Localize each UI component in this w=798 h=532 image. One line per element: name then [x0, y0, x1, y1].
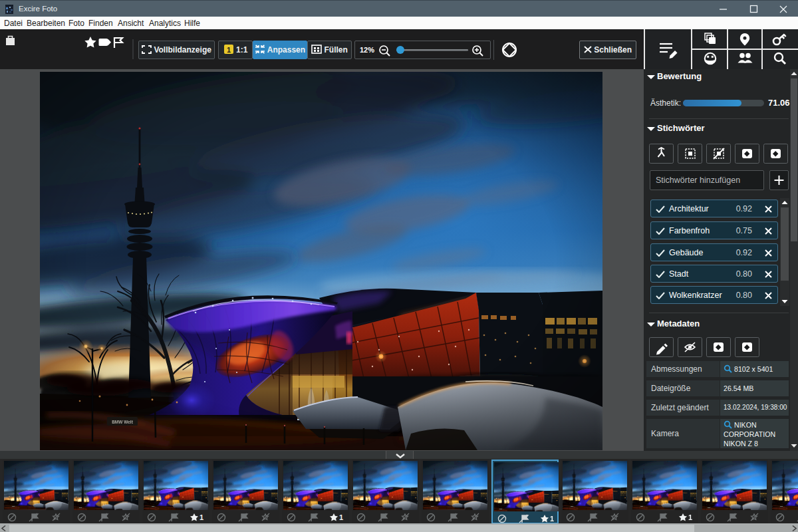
svg-text:1: 1 — [227, 46, 231, 54]
svg-text:1: 1 — [200, 513, 203, 521]
svg-text:1: 1 — [688, 513, 692, 521]
svg-text:12%: 12% — [360, 46, 374, 54]
svg-text:1: 1 — [550, 515, 554, 523]
svg-text:1: 1 — [339, 513, 343, 521]
